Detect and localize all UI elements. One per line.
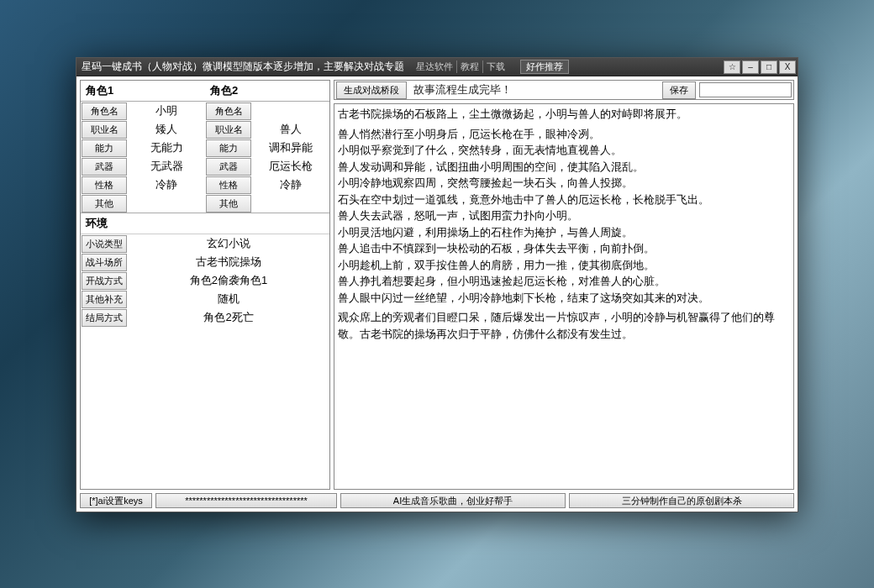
save-button[interactable]: 保存 (662, 81, 696, 99)
char-attr-button[interactable]: 其他 (206, 195, 251, 213)
env-attr-button[interactable]: 结局方式 (82, 309, 127, 327)
minimize-button[interactable]: – (742, 60, 759, 74)
env-row: 结局方式角色2死亡 (81, 308, 329, 327)
link-download[interactable]: 下载 (483, 60, 508, 73)
env-row: 开战方式角色2偷袭角色1 (81, 271, 329, 290)
char2-value (252, 102, 329, 120)
env-attr-button[interactable]: 战斗场所 (82, 254, 127, 271)
link-soft[interactable]: 星达软件 (413, 60, 457, 73)
char1-value: 冷静 (128, 176, 205, 194)
char2-value: 厄运长枪 (252, 157, 329, 176)
char2-value: 兽人 (252, 120, 329, 139)
char1-value: 矮人 (128, 120, 205, 139)
header-role1: 角色1 (81, 81, 128, 101)
env-attr-button[interactable]: 其他补充 (82, 291, 127, 308)
story-paragraph: 古老书院操场的石板路上，尘土微微扬起，小明与兽人的对峙即将展开。 (338, 106, 790, 123)
titlebar: 星码一键成书（人物对战）微调模型随版本逐步增加，主要解决对战专题 星达软件 教程… (76, 58, 798, 76)
close-button[interactable]: X (779, 60, 796, 74)
env-value: 角色2死亡 (128, 308, 329, 327)
char1-value: 小明 (128, 102, 205, 120)
masked-key-display: ********************************** (155, 493, 337, 508)
left-panel: 角色1 角色2 角色名小明角色名职业名矮人职业名兽人能力无能力能力调和异能武器无… (80, 80, 330, 490)
character-row: 角色名小明角色名 (81, 102, 329, 120)
right-panel: 生成对战桥段 故事流程生成完毕！ 保存 古老书院操场的石板路上，尘土微微扬起，小… (334, 80, 794, 490)
titlebar-links: 星达软件 教程 下载 (413, 60, 508, 73)
story-paragraph: 观众席上的旁观者们目瞪口呆，随后爆发出一片惊叹声，小明的冷静与机智赢得了他们的尊… (338, 309, 790, 342)
maximize-button[interactable]: □ (761, 60, 777, 74)
env-header: 环境 (81, 213, 329, 234)
env-row: 小说类型玄幻小说 (81, 234, 329, 253)
env-value: 玄幻小说 (128, 234, 329, 253)
char-attr-button[interactable]: 能力 (82, 139, 127, 157)
char-attr-button[interactable]: 角色名 (82, 102, 127, 120)
ai-keys-button[interactable]: [*]ai设置keys (80, 493, 152, 508)
env-attr-button[interactable]: 开战方式 (82, 272, 127, 290)
char-attr-button[interactable]: 角色名 (206, 102, 251, 120)
bottom-bar: [*]ai设置keys ****************************… (76, 493, 798, 512)
recommend-button[interactable]: 好作推荐 (520, 60, 569, 74)
env-row: 战斗场所古老书院操场 (81, 253, 329, 271)
char-attr-button[interactable]: 能力 (206, 139, 251, 157)
character-row: 能力无能力能力调和异能 (81, 139, 329, 157)
char2-value: 冷静 (252, 176, 329, 194)
character-rows: 角色名小明角色名职业名矮人职业名兽人能力无能力能力调和异能武器无武器武器厄运长枪… (81, 102, 329, 213)
char-attr-button[interactable]: 性格 (206, 176, 251, 194)
char-attr-button[interactable]: 其他 (82, 195, 127, 213)
story-paragraph: 兽人悄然潜行至小明身后，厄运长枪在手，眼神冷冽。 小明似乎察觉到了什么，突然转身… (338, 126, 790, 307)
char1-value (128, 194, 205, 213)
promo-script-button[interactable]: 三分钟制作自己的原创剧本杀 (569, 493, 794, 508)
env-rows: 小说类型玄幻小说战斗场所古老书院操场开战方式角色2偷袭角色1其他补充随机结局方式… (81, 234, 329, 327)
character-row: 职业名矮人职业名兽人 (81, 120, 329, 139)
body-area: 角色1 角色2 角色名小明角色名职业名矮人职业名兽人能力无能力能力调和异能武器无… (76, 76, 798, 493)
story-output[interactable]: 古老书院操场的石板路上，尘土微微扬起，小明与兽人的对峙即将展开。 兽人悄然潜行至… (334, 103, 794, 490)
character-header: 角色1 角色2 (81, 81, 329, 102)
char-attr-button[interactable]: 武器 (82, 158, 127, 176)
save-filename-input[interactable] (699, 82, 792, 97)
character-row: 其他其他 (81, 194, 329, 213)
generate-button[interactable]: 生成对战桥段 (336, 81, 407, 99)
char1-value: 无能力 (128, 139, 205, 157)
char-attr-button[interactable]: 职业名 (206, 121, 251, 139)
env-value: 随机 (128, 290, 329, 308)
window-title: 星码一键成书（人物对战）微调模型随版本逐步增加，主要解决对战专题 (82, 60, 404, 74)
character-row: 性格冷静性格冷静 (81, 176, 329, 194)
env-value: 古老书院操场 (128, 253, 329, 271)
status-text: 故事流程生成完毕！ (413, 82, 512, 97)
char-attr-button[interactable]: 职业名 (82, 121, 127, 139)
env-row: 其他补充随机 (81, 290, 329, 308)
char-attr-button[interactable]: 武器 (206, 158, 251, 176)
char2-value (252, 194, 329, 213)
header-role2: 角色2 (205, 81, 252, 101)
env-value: 角色2偷袭角色1 (128, 271, 329, 290)
char2-value: 调和异能 (252, 139, 329, 157)
env-attr-button[interactable]: 小说类型 (82, 235, 127, 253)
character-row: 武器无武器武器厄运长枪 (81, 157, 329, 176)
char1-value: 无武器 (128, 157, 205, 176)
promo-music-button[interactable]: AI生成音乐歌曲，创业好帮手 (340, 493, 566, 508)
char-attr-button[interactable]: 性格 (82, 176, 127, 194)
star-icon[interactable]: ☆ (724, 60, 740, 74)
right-toolbar: 生成对战桥段 故事流程生成完毕！ 保存 (334, 80, 794, 100)
app-window: 星码一键成书（人物对战）微调模型随版本逐步增加，主要解决对战专题 星达软件 教程… (76, 57, 798, 512)
link-tutorial[interactable]: 教程 (457, 60, 483, 73)
